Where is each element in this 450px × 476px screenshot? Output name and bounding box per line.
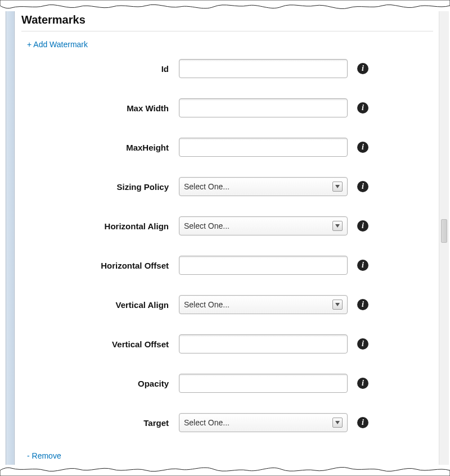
sizing_policy-control: Select One... xyxy=(179,177,348,196)
id-label: Id xyxy=(21,64,179,74)
form-row-target: TargetSelect One...i xyxy=(21,413,433,432)
opacity-info-cell: i xyxy=(348,378,370,389)
vertical_offset-control xyxy=(179,334,348,353)
info-icon[interactable]: i xyxy=(357,102,368,114)
torn-edge-top xyxy=(0,0,450,11)
info-icon[interactable]: i xyxy=(357,338,368,350)
scrollbar-thumb[interactable] xyxy=(441,219,447,243)
horizontal_align-label: Horizontal Align xyxy=(21,221,179,231)
max_height-label: MaxHeight xyxy=(21,143,179,152)
max_width-input[interactable] xyxy=(179,98,348,117)
form-row-opacity: Opacityi xyxy=(21,374,433,393)
horizontal_offset-input[interactable] xyxy=(179,256,348,275)
horizontal_offset-info-cell: i xyxy=(348,260,370,271)
sizing_policy-select-value: Select One... xyxy=(184,182,332,191)
id-control xyxy=(179,59,348,78)
form-row-horizontal_align: Horizontal AlignSelect One...i xyxy=(21,216,433,235)
form-row-id: Idi xyxy=(21,59,433,78)
vertical_offset-info-cell: i xyxy=(348,338,370,350)
vertical_align-info-cell: i xyxy=(348,299,370,310)
max_height-control xyxy=(179,138,348,157)
watermarks-section: Watermarks + Add Watermark IdiMax Widthi… xyxy=(21,7,444,469)
info-icon[interactable]: i xyxy=(357,378,368,389)
horizontal_offset-label: Horizontal Offset xyxy=(21,261,179,270)
form-rows: IdiMax WidthiMaxHeightiSizing PolicySele… xyxy=(21,59,433,432)
remove-link[interactable]: - Remove xyxy=(27,451,61,460)
id-input[interactable] xyxy=(179,59,348,78)
left-rail xyxy=(6,7,15,469)
info-icon[interactable]: i xyxy=(357,220,368,232)
sizing_policy-select[interactable]: Select One... xyxy=(179,177,348,196)
horizontal_align-select[interactable]: Select One... xyxy=(179,216,348,235)
sizing_policy-label: Sizing Policy xyxy=(21,182,179,192)
opacity-label: Opacity xyxy=(21,379,179,388)
form-row-sizing_policy: Sizing PolicySelect One...i xyxy=(21,177,433,196)
horizontal_align-info-cell: i xyxy=(348,220,370,232)
vertical_offset-input[interactable] xyxy=(179,334,348,353)
max_height-input[interactable] xyxy=(179,138,348,157)
vertical_align-control: Select One... xyxy=(179,295,348,314)
info-icon[interactable]: i xyxy=(357,142,368,153)
max_width-control xyxy=(179,98,348,117)
info-icon[interactable]: i xyxy=(357,299,368,310)
max_width-info-cell: i xyxy=(348,102,370,114)
info-icon[interactable]: i xyxy=(357,417,368,428)
horizontal_align-control: Select One... xyxy=(179,216,348,235)
chevron-down-icon xyxy=(332,418,343,428)
vertical-scrollbar[interactable] xyxy=(439,7,449,469)
opacity-input[interactable] xyxy=(179,374,348,393)
form-row-vertical_offset: Vertical Offseti xyxy=(21,334,433,353)
horizontal_offset-control xyxy=(179,256,348,275)
target-select-value: Select One... xyxy=(184,418,332,427)
chevron-down-icon xyxy=(332,182,343,192)
max_height-info-cell: i xyxy=(348,142,370,153)
form-row-horizontal_offset: Horizontal Offseti xyxy=(21,256,433,275)
info-icon[interactable]: i xyxy=(357,260,368,271)
form-row-vertical_align: Vertical AlignSelect One...i xyxy=(21,295,433,314)
torn-edge-bottom xyxy=(0,465,450,476)
target-label: Target xyxy=(21,418,179,428)
target-select[interactable]: Select One... xyxy=(179,413,348,432)
target-control: Select One... xyxy=(179,413,348,432)
max_width-label: Max Width xyxy=(21,103,179,113)
horizontal_align-select-value: Select One... xyxy=(184,221,332,230)
opacity-control xyxy=(179,374,348,393)
sizing_policy-info-cell: i xyxy=(348,181,370,192)
form-row-max_width: Max Widthi xyxy=(21,98,433,117)
vertical_align-select[interactable]: Select One... xyxy=(179,295,348,314)
target-info-cell: i xyxy=(348,417,370,428)
id-info-cell: i xyxy=(348,63,370,74)
info-icon[interactable]: i xyxy=(357,63,368,74)
chevron-down-icon xyxy=(332,300,343,310)
vertical_align-label: Vertical Align xyxy=(21,300,179,310)
add-watermark-link[interactable]: + Add Watermark xyxy=(27,40,88,49)
vertical_offset-label: Vertical Offset xyxy=(21,339,179,349)
info-icon[interactable]: i xyxy=(357,181,368,192)
form-row-max_height: MaxHeighti xyxy=(21,138,433,157)
chevron-down-icon xyxy=(332,221,343,231)
vertical_align-select-value: Select One... xyxy=(184,300,332,309)
